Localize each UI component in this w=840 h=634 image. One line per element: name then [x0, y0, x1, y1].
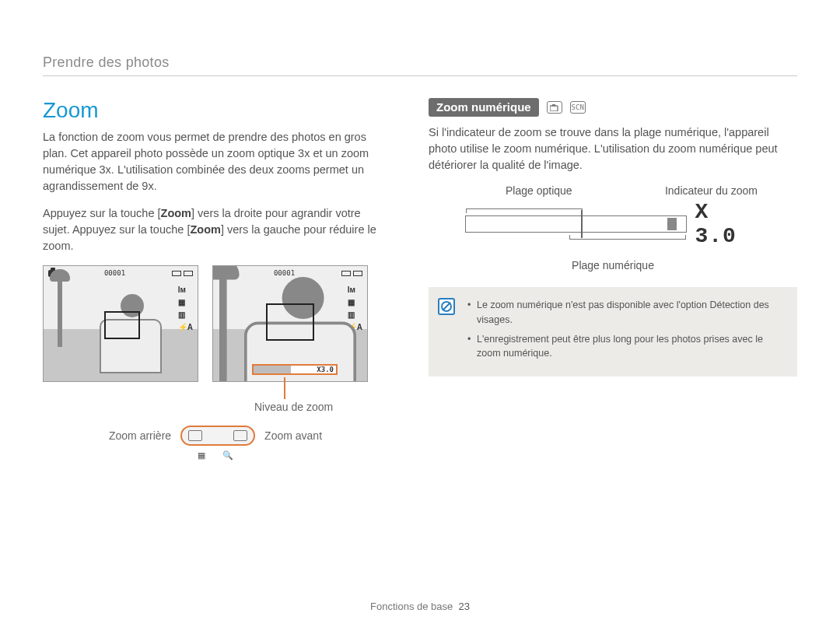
zoom-factor-value: X 3.0	[695, 200, 761, 248]
svg-rect-1	[552, 104, 555, 107]
zoom-range-diagram: Plage optique Indicateur du zoom X 3.0 P…	[465, 184, 761, 271]
battery-icon	[353, 271, 362, 276]
zoom-indicator-label: Indicateur du zoom	[665, 184, 758, 197]
shot-counter: 00001	[274, 269, 295, 277]
scene-mode-icon: SCN	[570, 101, 586, 114]
footer-section: Fonctions de base	[370, 601, 453, 612]
note-item-1: Le zoom numérique n'est pas disponible a…	[467, 298, 786, 328]
callout-zoom-level: Niveau de zoom	[254, 401, 333, 413]
zoom-indicator-marker	[667, 218, 677, 230]
zoom-out-label: Zoom arrière	[109, 429, 171, 442]
zoom-in-label: Zoom avant	[264, 429, 322, 442]
svg-rect-0	[550, 106, 558, 111]
metering-icon: ▥	[178, 311, 193, 319]
shot-counter: 00001	[104, 269, 125, 277]
subsection-title-digital-zoom: Zoom numérique	[429, 98, 539, 117]
battery-icon	[184, 271, 193, 276]
focus-rectangle	[104, 311, 140, 339]
magnifier-icon: 🔍	[222, 450, 233, 461]
intro-paragraph-2: Appuyez sur la touche [Zoom] vers la dro…	[43, 205, 388, 254]
intro-paragraph-1: La fonction de zoom vous permet de prend…	[43, 129, 388, 194]
flash-auto-icon: ⚡A	[178, 324, 193, 331]
note-icon	[438, 298, 455, 315]
zoom-in-icon	[233, 430, 247, 441]
zoom-level-value: X3.0	[317, 366, 334, 373]
sdcard-icon	[341, 271, 351, 276]
zoom-level-bar: X3.0	[252, 364, 338, 375]
svg-line-3	[443, 303, 450, 310]
lcd-preview-zoomed: 00001 Iм ▦ ▥ ⚡A X3.0	[212, 265, 368, 382]
thumbnail-grid-icon: ▦	[198, 450, 205, 461]
breadcrumb: Prendre des photos	[43, 54, 797, 76]
callout-line	[284, 377, 285, 399]
optical-range-label: Plage optique	[506, 184, 572, 197]
note-item-2: L'enregistrement peut être plus long pou…	[467, 332, 786, 362]
digital-range-label: Plage numérique	[465, 259, 761, 271]
zoom-out-icon	[188, 430, 202, 441]
digital-zoom-paragraph: Si l'indicateur de zoom se trouve dans l…	[429, 124, 797, 173]
resolution-icon: Iм	[178, 286, 193, 294]
page-footer: Fonctions de base 23	[0, 601, 840, 612]
sdcard-icon	[172, 271, 181, 276]
focus-rectangle	[266, 303, 314, 341]
streetlamp-graphic	[219, 272, 227, 382]
lcd-preview-wide: 00001 Iм ▦ ▥ ⚡A	[43, 265, 198, 382]
streetlamp-graphic	[58, 277, 62, 347]
note-box: Le zoom numérique n'est pas disponible a…	[429, 287, 797, 377]
quality-icon: ▦	[178, 299, 193, 306]
zoom-rocker-button	[180, 426, 255, 446]
program-mode-icon	[547, 101, 562, 114]
page-number: 23	[459, 601, 470, 612]
section-title-zoom: Zoom	[43, 98, 388, 123]
